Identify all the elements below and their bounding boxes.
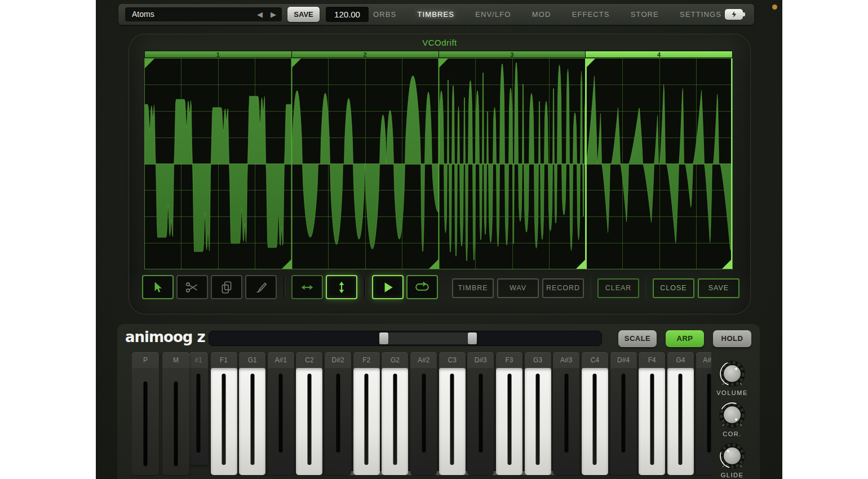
vertical-zoom-tool[interactable] <box>326 275 357 299</box>
tempo-display[interactable]: 120.00 <box>326 7 369 22</box>
tab-settings[interactable]: SETTINGS <box>680 10 721 19</box>
tab-store[interactable]: STORE <box>631 10 659 19</box>
key-body <box>189 368 208 465</box>
preset-name-field[interactable]: Atoms ◀ ▶ <box>125 7 282 21</box>
select-tool[interactable] <box>142 275 174 299</box>
key-label: C3 <box>439 352 466 368</box>
key-slot <box>336 374 340 453</box>
key-slot <box>622 374 626 453</box>
record-button[interactable]: RECORD <box>542 278 584 298</box>
glide-knob[interactable] <box>718 441 747 471</box>
key-body <box>639 368 665 475</box>
glide-knob-label: GLIDE <box>706 472 758 478</box>
key-body <box>239 368 265 475</box>
key-slot <box>222 374 226 465</box>
key-slot <box>197 374 201 453</box>
wav-button[interactable]: WAV <box>497 278 539 298</box>
tab-orbs[interactable]: ORBS <box>373 10 396 19</box>
range-handle-left[interactable] <box>379 332 388 344</box>
key-g4[interactable]: G4 <box>667 352 694 475</box>
key-dsharp4[interactable]: D#4 <box>610 352 637 475</box>
brush-icon <box>254 280 268 295</box>
range-selected-region[interactable] <box>388 332 468 344</box>
key-body <box>439 368 466 475</box>
recording-indicator-dot <box>772 5 777 10</box>
cor-knob-label: COR. <box>706 431 758 437</box>
key-body <box>553 368 579 475</box>
key-sharp1[interactable]: #1 <box>189 352 208 465</box>
cut-tool[interactable] <box>176 275 208 299</box>
cor-knob[interactable] <box>718 400 747 429</box>
segment-2[interactable]: 2 <box>292 51 439 57</box>
segment-1[interactable]: 1 <box>145 51 292 57</box>
key-c4[interactable]: C4 <box>582 352 608 475</box>
key-body <box>410 368 437 475</box>
tab-timbres[interactable]: TIMBRES <box>417 10 454 19</box>
hold-button[interactable]: HOLD <box>713 330 751 347</box>
draw-tool[interactable] <box>245 275 277 299</box>
key-slot <box>365 374 369 465</box>
waveform-canvas[interactable] <box>144 58 733 269</box>
key-dsharp3[interactable]: D#3 <box>467 352 494 475</box>
volume-knob[interactable] <box>718 359 747 388</box>
close-button[interactable]: CLOSE <box>653 278 694 298</box>
pitch-wheel[interactable]: P <box>132 352 159 475</box>
key-label: D#2 <box>325 352 351 368</box>
copy-tool[interactable] <box>211 275 242 299</box>
toolbar-divider <box>590 278 591 299</box>
key-dsharp2[interactable]: D#2 <box>325 352 351 475</box>
timbre-button[interactable]: TIMBRE <box>452 278 494 298</box>
preset-prev-button[interactable]: ◀ <box>257 7 263 21</box>
key-body <box>132 368 159 475</box>
preset-next-button[interactable]: ▶ <box>271 7 276 21</box>
cursor-icon <box>150 280 165 295</box>
key-label: G3 <box>525 352 551 368</box>
h-arrow-icon <box>300 280 315 295</box>
scale-button[interactable]: SCALE <box>618 330 657 347</box>
key-slot <box>564 374 568 453</box>
key-label: G4 <box>667 352 694 368</box>
loop-button[interactable] <box>406 275 438 299</box>
key-asharp1[interactable]: A#1 <box>268 352 294 475</box>
tab-env-lfo[interactable]: ENV/LFO <box>475 10 511 19</box>
key-g2[interactable]: G2 <box>382 352 408 475</box>
clear-button[interactable]: CLEAR <box>597 278 639 298</box>
play-button[interactable] <box>372 275 404 299</box>
key-f2[interactable]: F2 <box>353 352 380 475</box>
toolbar-divider <box>645 278 646 299</box>
performance-panel: animoog z SCALEARPHOLD PM#1F1G1A#1C2D#2F… <box>117 324 760 479</box>
key-slot <box>679 374 683 465</box>
key-f3[interactable]: F3 <box>496 352 522 475</box>
save-button[interactable]: SAVE <box>698 278 739 298</box>
keyboard-range-slider[interactable] <box>209 331 602 346</box>
toolbar-divider <box>364 277 365 298</box>
arp-button[interactable]: ARP <box>666 330 704 347</box>
key-f4[interactable]: F4 <box>639 352 665 475</box>
battery-cell <box>725 9 743 20</box>
key-slot <box>174 382 178 466</box>
key-asharp2[interactable]: A#2 <box>410 352 437 475</box>
key-slot <box>450 374 454 465</box>
key-g3[interactable]: G3 <box>525 352 551 475</box>
animoog-logo: animoog z <box>125 329 205 345</box>
key-asharp3[interactable]: A#3 <box>553 352 579 475</box>
preset-name-text: Atoms <box>132 10 154 19</box>
save-preset-button[interactable]: SAVE <box>287 7 320 22</box>
preset-nav: ◀ ▶ <box>257 7 276 21</box>
key-asharp4[interactable]: A#4 <box>696 352 712 475</box>
segment-3[interactable]: 3 <box>439 51 586 57</box>
key-label: A#3 <box>553 352 579 368</box>
key-g1[interactable]: G1 <box>239 352 265 475</box>
key-label: F1 <box>211 352 237 368</box>
horizontal-zoom-tool[interactable] <box>291 275 323 299</box>
segment-4[interactable]: 4 <box>586 51 732 57</box>
key-c2[interactable]: C2 <box>296 352 322 475</box>
toolbar-divider <box>284 277 285 298</box>
key-c3[interactable]: C3 <box>439 352 466 475</box>
key-f1[interactable]: F1 <box>211 352 237 475</box>
tab-mod[interactable]: MOD <box>532 10 551 19</box>
key-label: G1 <box>239 352 265 368</box>
mod-wheel[interactable]: M <box>162 352 189 475</box>
tab-effects[interactable]: EFFECTS <box>572 10 610 19</box>
range-handle-right[interactable] <box>468 332 477 344</box>
